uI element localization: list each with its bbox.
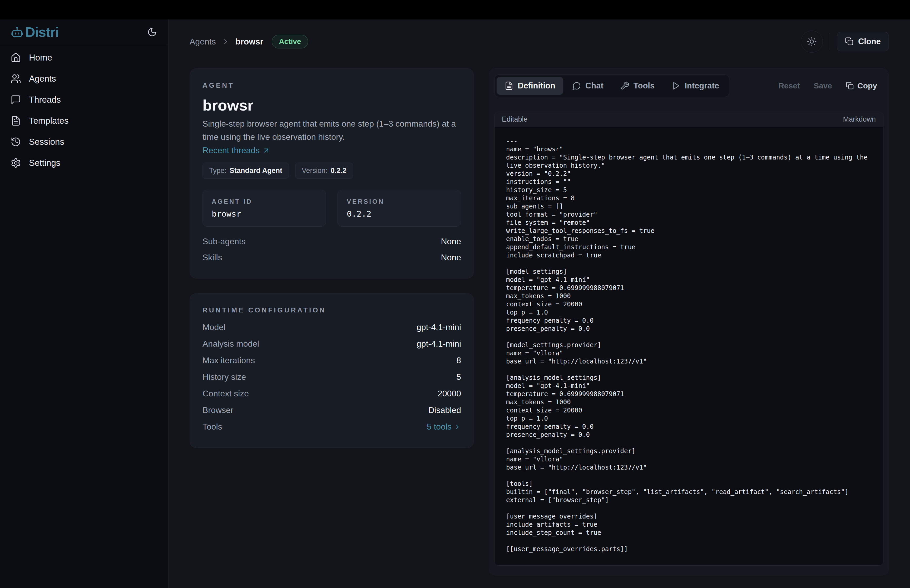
main-area: Agents browsr Active [168,19,910,588]
chevron-right-icon [454,423,461,431]
agent-meta-pills: Type: Standard Agent Version: 0.2.2 [202,163,461,179]
row-value: Disabled [428,405,461,415]
type-pill-value: Standard Agent [230,166,282,175]
tab-label: Chat [585,81,603,90]
history-size-row: History size 5 [202,369,461,385]
copy-button[interactable]: Copy [846,81,877,90]
sidebar-item-agents[interactable]: Agents [0,68,168,89]
panel-actions: Reset Save Copy [778,81,883,90]
app-logo[interactable]: Distri [11,24,59,40]
message-circle-icon [572,81,581,90]
editable-label: Editable [502,115,528,123]
arrow-up-right-icon [262,147,270,155]
sidebar-item-home[interactable]: Home [0,47,168,68]
history-icon [11,137,21,147]
tab-definition[interactable]: Definition [496,77,563,95]
runtime-config-card: RUNTIME CONFIGURATION Model gpt-4.1-mini… [189,293,474,448]
row-label: Tools [202,422,222,432]
tools-row: Tools 5 tools [202,418,461,435]
panel-toolbar: Definition Chat [494,74,883,97]
agent-version-label: VERSION [347,198,452,205]
save-button[interactable]: Save [814,81,832,90]
agent-name: browsr [202,96,461,114]
file-text-icon [11,116,21,126]
tab-label: Tools [634,81,655,90]
model-row: Model gpt-4.1-mini [202,319,461,336]
row-label: Browser [202,405,233,415]
tab-chat[interactable]: Chat [564,77,611,95]
house-icon [11,52,21,63]
editor-header: Editable Markdown [495,112,883,127]
gear-icon [11,158,21,168]
max-iterations-row: Max iterations 8 [202,352,461,369]
tab-label: Definition [518,81,555,90]
copy-button-label: Copy [857,81,877,90]
agent-id-value: browsr [212,209,317,218]
message-square-icon [11,94,21,105]
content: AGENT browsr Single-step browser agent t… [168,64,910,575]
clone-button[interactable]: Clone [837,32,889,51]
panel-tabs: Definition Chat [494,74,729,97]
editor-body[interactable]: --- name = "browsr" description = "Singl… [495,127,883,565]
agent-id-grid: AGENT ID browsr VERSION 0.2.2 [202,190,461,227]
tab-tools[interactable]: Tools [613,77,663,95]
row-label: Skills [202,253,222,262]
markdown-label: Markdown [843,115,876,123]
file-text-icon [504,81,514,90]
app-shell: Distri Home [0,19,910,588]
type-pill-label: Type: [209,166,226,175]
copy-icon [845,37,854,46]
wrench-icon [621,81,629,90]
status-badge: Active [272,35,308,48]
breadcrumb-current: browsr [235,37,263,47]
tools-link[interactable]: 5 tools [427,422,461,432]
agent-section-label: AGENT [202,81,461,89]
agent-card: AGENT browsr Single-step browser agent t… [189,68,474,278]
sidebar-header: Distri [0,19,168,45]
version-pill-value: 0.2.2 [331,166,346,175]
row-value: 8 [456,355,461,365]
row-label: Max iterations [202,355,255,365]
sidebar-item-label: Settings [29,158,60,168]
agent-version-box: VERSION 0.2.2 [338,190,461,227]
row-value: None [441,253,461,262]
tab-label: Integrate [685,81,719,90]
definition-panel: Definition Chat [489,68,889,575]
sidebar: Distri Home [0,19,168,588]
bot-icon [11,26,24,39]
browser-row: Browser Disabled [202,402,461,418]
reset-button[interactable]: Reset [778,81,800,90]
agent-detail-rows: Sub-agents None Skills None [202,233,461,266]
tools-link-label: 5 tools [427,422,452,432]
definition-editor: Editable Markdown --- name = "browsr" de… [494,111,883,565]
sidebar-nav: Home Agents Threads [0,45,168,176]
toml-content[interactable]: --- name = "browsr" description = "Singl… [506,137,871,553]
row-value: None [441,237,461,246]
row-value: 5 [456,372,461,382]
row-value: gpt-4.1-mini [417,339,461,349]
top-bar [0,0,910,19]
sidebar-item-threads[interactable]: Threads [0,89,168,110]
theme-toggle-button[interactable] [801,31,823,53]
agent-id-label: AGENT ID [212,198,317,205]
main-header: Agents browsr Active [168,19,910,64]
breadcrumb: Agents browsr Active [189,35,308,48]
sidebar-item-label: Threads [29,95,61,105]
logo-text: Distri [25,24,59,40]
version-pill-label: Version: [302,166,328,175]
tab-integrate[interactable]: Integrate [664,77,727,95]
play-icon [671,81,680,90]
recent-threads-link[interactable]: Recent threads [202,145,461,155]
row-label: Context size [202,389,249,399]
header-actions: Clone [801,31,889,53]
skills-row: Skills None [202,250,461,266]
sidebar-item-settings[interactable]: Settings [0,152,168,173]
recent-threads-label: Recent threads [202,145,260,155]
moon-icon[interactable] [147,27,157,37]
sidebar-item-sessions[interactable]: Sessions [0,131,168,152]
clone-button-label: Clone [858,37,881,46]
sidebar-item-templates[interactable]: Templates [0,110,168,131]
sidebar-item-label: Templates [29,116,68,126]
analysis-model-row: Analysis model gpt-4.1-mini [202,336,461,352]
breadcrumb-agents-link[interactable]: Agents [189,37,216,47]
